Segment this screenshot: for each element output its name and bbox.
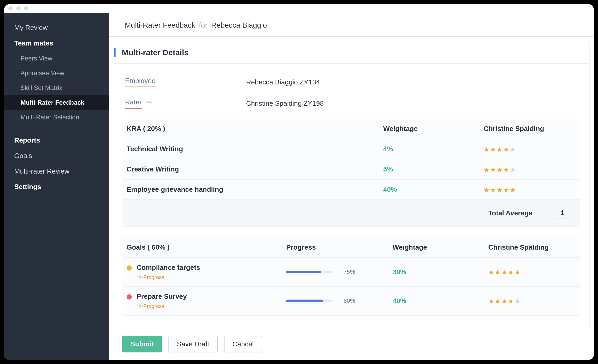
progress-divider [338, 298, 338, 304]
kra-weight: 5% [380, 159, 480, 179]
sidebar-item-goals[interactable]: Goals [4, 148, 109, 164]
window-dot [24, 6, 28, 11]
star-icon[interactable] [488, 298, 494, 304]
goals-header-rater: Christine Spalding [485, 237, 580, 257]
star-icon[interactable] [490, 166, 496, 172]
kra-header-weight: Weightage [380, 119, 480, 139]
sidebar-item-multi-rater-selection[interactable]: Multi-Rater Selection [4, 110, 109, 125]
sidebar-item-reports[interactable]: Reports [4, 133, 109, 148]
goal-stars-cell [485, 257, 580, 286]
star-icon[interactable] [510, 187, 516, 193]
star-icon[interactable] [488, 269, 494, 275]
sidebar-item-multi-rater-review[interactable]: Multi-rater Review [4, 164, 109, 179]
panel-title: Multi-rater Details [114, 43, 589, 64]
star-icon[interactable] [503, 146, 509, 152]
progress-percent: 80% [343, 297, 355, 304]
star-icon[interactable] [484, 166, 489, 172]
sidebar-item-team-mates[interactable]: Team mates [4, 36, 109, 51]
kra-name: Technical Writing [123, 139, 380, 159]
star-icon[interactable] [503, 187, 509, 193]
goal-name-cell: Prepare SurveyIn-Progress [123, 286, 282, 315]
window-dot [8, 6, 13, 11]
sidebar: My ReviewTeam matesPeers ViewAppraisee V… [4, 13, 109, 360]
star-icon[interactable] [508, 269, 514, 275]
page-title: Multi-Rater Feedback [125, 21, 195, 29]
sidebar-item-my-review[interactable]: My Review [4, 20, 109, 36]
star-icon[interactable] [510, 146, 516, 152]
window-dot [16, 6, 21, 11]
star-icon[interactable] [495, 298, 501, 304]
app-window: My ReviewTeam matesPeers ViewAppraisee V… [4, 4, 594, 360]
goal-progress-cell: 80% [282, 286, 389, 315]
panel-title-text: Multi-rater Details [122, 48, 188, 57]
star-rating[interactable] [488, 269, 577, 275]
total-average-row: Total Average 1 [123, 200, 580, 227]
star-icon[interactable] [515, 269, 520, 275]
kra-row: Employee grievance handling40% [123, 179, 580, 200]
kra-name: Creative Writing [123, 159, 380, 179]
progress-fill [286, 300, 323, 302]
goals-table: Goals ( 60% ) Progress Weightage Christi… [123, 237, 580, 316]
star-icon[interactable] [497, 187, 502, 193]
kra-header-name: KRA ( 20% ) [123, 119, 380, 139]
kra-name: Employee grievance handling [123, 179, 380, 200]
star-icon[interactable] [495, 269, 501, 275]
star-icon[interactable] [503, 166, 509, 172]
kra-stars-cell [480, 159, 580, 179]
star-icon[interactable] [490, 187, 496, 193]
total-average-value: 1 [554, 207, 571, 219]
sidebar-item-skill-set-matrix[interactable]: Skill Set Matrix [4, 80, 109, 95]
sidebar-item-settings[interactable]: Settings [4, 179, 109, 195]
cancel-button[interactable]: Cancel [224, 336, 262, 352]
star-icon[interactable] [497, 166, 502, 172]
goal-status: In-Progress [137, 274, 279, 280]
progress-track [286, 271, 332, 273]
star-icon[interactable] [490, 146, 496, 152]
goals-header-progress: Progress [282, 237, 389, 257]
goals-header-weight: Weightage [389, 237, 485, 257]
kra-row: Creative Writing5% [123, 159, 580, 179]
star-icon[interactable] [484, 146, 489, 152]
goal-status-dot [127, 265, 132, 271]
star-rating[interactable] [484, 166, 577, 172]
goal-status-dot [127, 294, 132, 300]
progress-divider [338, 269, 338, 275]
rater-value: Christine Spalding ZY198 [246, 99, 324, 108]
star-icon[interactable] [501, 298, 507, 304]
footer-buttons: Submit Save Draft Cancel [109, 329, 594, 360]
goal-progress-cell: 75% [282, 257, 389, 286]
goal-row: Compliance targetsIn-Progress75%39% [123, 257, 580, 286]
progress-track [286, 300, 332, 302]
submit-button[interactable]: Submit [122, 336, 162, 352]
star-rating[interactable] [484, 146, 577, 152]
progress-fill [286, 271, 321, 273]
star-icon[interactable] [484, 187, 489, 193]
employee-value: Rebecca Biaggio ZY134 [246, 78, 320, 86]
employee-label: Employee [125, 77, 246, 87]
goal-weight: 40% [389, 286, 485, 315]
page-header: Multi-Rater Feedback for Rebecca Biaggio [109, 13, 594, 37]
goals-header-name: Goals ( 60% ) [123, 237, 282, 257]
total-average-label: Total Average [488, 209, 532, 217]
star-icon[interactable] [501, 269, 507, 275]
rater-label: Rater [125, 98, 246, 109]
sidebar-item-multi-rater-feedback[interactable]: Multi-Rater Feedback [4, 95, 109, 110]
kra-weight: 4% [380, 139, 480, 159]
kra-row: Technical Writing4% [123, 139, 580, 159]
star-icon[interactable] [515, 298, 520, 304]
star-rating[interactable] [484, 187, 577, 193]
star-icon[interactable] [497, 146, 502, 152]
star-icon[interactable] [508, 298, 514, 304]
kra-header-rater: Christine Spalding [480, 119, 580, 139]
save-draft-button[interactable]: Save Draft [168, 336, 218, 352]
sidebar-item-peers-view[interactable]: Peers View [4, 51, 109, 66]
progress: 80% [286, 297, 385, 304]
goal-name-cell: Compliance targetsIn-Progress [123, 257, 282, 286]
goal-stars-cell [485, 286, 580, 315]
key-icon [146, 99, 152, 108]
star-rating[interactable] [488, 298, 577, 304]
window-titlebar [4, 4, 594, 13]
panel-title-bar [114, 48, 116, 57]
star-icon[interactable] [510, 166, 516, 172]
sidebar-item-appraisee-view[interactable]: Appraisee View [4, 66, 109, 80]
